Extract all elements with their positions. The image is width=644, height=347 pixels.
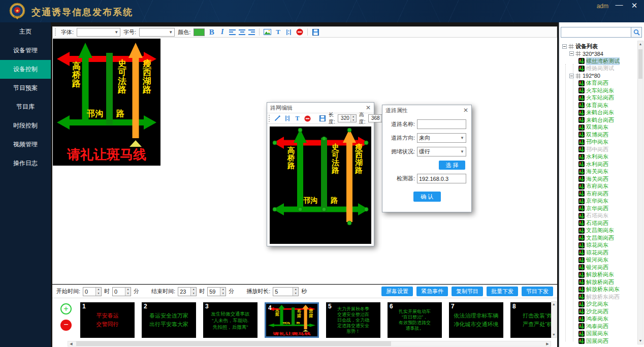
program-thumbnail-7[interactable]: 依法治理非标车辆 净化城市交通环境7 xyxy=(449,302,503,338)
font-select[interactable]: ▼ xyxy=(77,28,120,37)
spin-down-icon[interactable]: ▼ xyxy=(191,292,196,296)
device-item[interactable]: 维扬岗测试 xyxy=(560,65,637,73)
device-item[interactable]: 体育岗东 xyxy=(560,102,637,109)
road-editor-close-icon[interactable]: ✕ xyxy=(366,104,371,111)
road-node-handle[interactable] xyxy=(273,207,277,211)
road-properties-close-icon[interactable]: ✕ xyxy=(463,107,468,114)
device-item[interactable]: 鸿泰岗东 xyxy=(560,316,637,323)
device-item[interactable]: 水利岗东 xyxy=(560,153,637,161)
tree-expander-icon[interactable] xyxy=(562,44,567,49)
spin-down-icon[interactable]: ▼ xyxy=(125,292,131,296)
spin-down-icon[interactable]: ▼ xyxy=(293,292,298,296)
spin-up-icon[interactable]: ▲ xyxy=(220,288,226,292)
action-button[interactable]: 复制节目 xyxy=(452,287,483,296)
congestion-select[interactable]: 缓行▼ xyxy=(417,147,466,156)
spin-down-icon[interactable]: ▼ xyxy=(351,118,356,122)
action-button[interactable]: 节目下发 xyxy=(522,287,553,296)
color-swatch[interactable] xyxy=(194,28,205,36)
road-marking-icon[interactable] xyxy=(283,115,291,121)
device-item[interactable]: 解放桥岗西 xyxy=(560,278,637,286)
delete-program-button[interactable]: − xyxy=(60,320,72,331)
device-item[interactable]: 市府岗西 xyxy=(560,190,637,198)
end-hour-spinner[interactable]: 23▲▼ xyxy=(178,287,197,296)
tree-root[interactable]: 设备列表 xyxy=(560,43,637,50)
spin-up-icon[interactable]: ▲ xyxy=(96,288,101,292)
italic-icon[interactable]: I xyxy=(218,28,226,36)
device-item[interactable]: 银河岗西 xyxy=(560,264,637,271)
tree-group-192*80[interactable]: 192*80 xyxy=(560,72,637,80)
spin-up-icon[interactable]: ▲ xyxy=(293,288,298,292)
close-button[interactable]: ✕ xyxy=(629,1,640,10)
device-search-input[interactable] xyxy=(561,27,631,38)
spin-down-icon[interactable]: ▼ xyxy=(220,292,226,296)
road-node-handle[interactable] xyxy=(298,128,302,132)
scrollbar-thumb[interactable] xyxy=(638,49,642,79)
device-item[interactable]: 火车站岗东 xyxy=(560,87,637,94)
road-direction-select[interactable]: 来向▼ xyxy=(417,133,466,143)
size-select[interactable]: ▼ xyxy=(139,28,175,37)
image-icon[interactable] xyxy=(264,29,271,35)
device-item[interactable]: 沙北岗东 xyxy=(560,301,637,308)
text-tool-icon[interactable]: T xyxy=(274,28,282,36)
save-icon[interactable] xyxy=(312,29,319,36)
start-hour-spinner[interactable]: 0▲▼ xyxy=(83,287,102,296)
device-item[interactable]: 琼花岗西 xyxy=(560,249,637,257)
road-node-handle[interactable] xyxy=(347,221,351,225)
road-node-handle[interactable] xyxy=(364,141,368,145)
search-button[interactable] xyxy=(631,27,642,38)
device-item[interactable]: 石塔岗西 xyxy=(560,219,637,227)
program-vertical-scrollbar[interactable]: ▲ ▼ xyxy=(551,301,557,338)
minimize-button[interactable]: — xyxy=(614,0,625,9)
draw-road-icon[interactable] xyxy=(273,115,281,121)
sidebar-item-2[interactable]: 设备管理 xyxy=(0,41,51,60)
program-thumbnail-1[interactable]: 平安春运交警同行1 xyxy=(80,302,135,338)
device-item[interactable]: 体育岗西 xyxy=(560,80,637,87)
device-item[interactable]: 石塔岗东 xyxy=(560,212,637,220)
sidebar-item-5[interactable]: 节目库 xyxy=(0,98,51,116)
height-value[interactable]: 368 xyxy=(369,115,381,122)
align-left-icon[interactable] xyxy=(229,29,236,35)
device-item[interactable]: 解放桥东岗东 xyxy=(560,286,637,294)
choose-button[interactable]: 选 择 xyxy=(439,161,465,170)
device-item[interactable]: 鸿泰岗西 xyxy=(560,323,637,330)
program-thumbnail-2[interactable]: 春运安全连万家出行平安靠大家2 xyxy=(142,302,196,338)
scroll-right-icon[interactable]: ▶ xyxy=(544,341,551,346)
device-item[interactable]: 文昌阁岗西 xyxy=(560,234,637,242)
device-item[interactable]: 海关岗西 xyxy=(560,175,637,183)
device-item[interactable]: 水利岗西 xyxy=(560,161,637,168)
device-item[interactable]: 来鹤台岗东 xyxy=(560,109,637,117)
road-editor-titlebar[interactable]: 路网编辑 ✕ xyxy=(267,103,374,113)
device-item[interactable]: 双博岗东 xyxy=(560,124,637,132)
align-center-icon[interactable] xyxy=(239,29,245,35)
action-button[interactable]: 紧急事件 xyxy=(416,287,448,296)
spin-down-icon[interactable]: ▼ xyxy=(96,292,101,296)
spin-up-icon[interactable]: ▲ xyxy=(125,288,131,292)
confirm-button[interactable]: 确 认 xyxy=(413,192,441,202)
text-tool-icon[interactable]: T xyxy=(294,115,301,122)
action-button[interactable]: 屏幕设置 xyxy=(381,287,413,296)
road-node-handle[interactable] xyxy=(273,141,277,145)
road-node-handle[interactable] xyxy=(322,137,326,141)
device-item[interactable]: 文昌阁岗东 xyxy=(560,227,637,235)
road-name-input[interactable] xyxy=(417,119,466,129)
device-item[interactable]: 京华岗东 xyxy=(560,198,637,205)
scroll-up-icon[interactable]: ▲ xyxy=(552,302,556,307)
device-item[interactable]: 京华岗西 xyxy=(560,205,637,212)
device-item[interactable]: 沙北岗西 xyxy=(560,308,637,316)
tree-scrollbar[interactable]: ▲ ▼ xyxy=(637,41,643,344)
add-program-button[interactable]: + xyxy=(60,303,72,314)
scroll-left-icon[interactable]: ◀ xyxy=(68,341,74,346)
sidebar-item-8[interactable]: 操作日志 xyxy=(0,154,51,173)
device-item[interactable]: 火车站岗西 xyxy=(560,94,637,102)
device-item[interactable]: 银河岗东 xyxy=(560,257,637,264)
program-thumbnail-8[interactable]: 打击改装“炸 严查严处“机8 xyxy=(510,302,551,338)
length-spinner[interactable]: 320 ▲▼ xyxy=(338,114,357,122)
spin-up-icon[interactable]: ▲ xyxy=(191,288,196,292)
sidebar-item-1[interactable]: 主页 xyxy=(0,22,51,41)
save-icon[interactable] xyxy=(318,115,326,121)
road-node-handle[interactable] xyxy=(347,128,351,132)
scroll-down-icon[interactable]: ▼ xyxy=(638,338,643,344)
no-entry-icon[interactable] xyxy=(304,115,311,122)
device-item[interactable]: 解放桥岗东 xyxy=(560,271,637,279)
device-item[interactable]: 邗中岗西 xyxy=(560,146,637,153)
